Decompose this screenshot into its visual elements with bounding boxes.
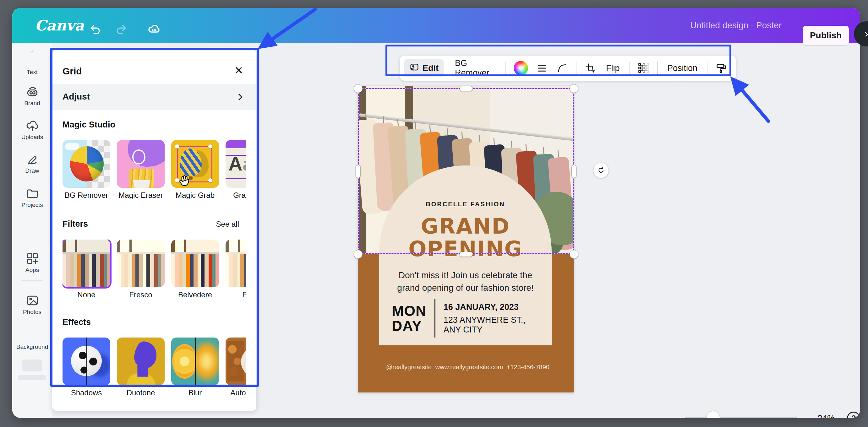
sidebar-item-uploads[interactable]: Uploads [12, 119, 52, 141]
context-toolbar: EditBG RemoverFlipPosition [400, 56, 736, 81]
scroll-right-icon[interactable] [245, 357, 246, 368]
transparency-icon[interactable] [637, 61, 650, 76]
sidebar: + TextBrandUploadsDrawProjectsAppsPhotos… [12, 43, 52, 418]
undo-icon[interactable] [88, 22, 102, 35]
sidebar-item-label: Text [12, 69, 52, 76]
selection-handle-right[interactable] [571, 165, 577, 178]
selection-handle-top-right[interactable] [569, 84, 578, 93]
edit-button[interactable]: Edit [404, 59, 443, 77]
sidebar-item-draw[interactable]: Draw [12, 152, 52, 174]
sidebar-item-apps[interactable]: Apps [12, 252, 52, 273]
poster-day-text: MONDAY [392, 303, 426, 333]
sidebar-skeleton-bar [18, 375, 46, 380]
zoom-slider-thumb[interactable] [707, 411, 720, 418]
sidebar-item-text[interactable]: Text [12, 67, 52, 76]
selection-handle-bottom[interactable] [460, 252, 473, 257]
thumb-label: Grab Text [225, 191, 246, 200]
thumb-shadows[interactable]: Shadows [63, 337, 110, 397]
grid-panel: Grid ✕ Adjust Magic StudioBG RemoverMagi… [52, 50, 256, 411]
bg-remover-button[interactable]: BG Remover [449, 58, 502, 78]
curve-icon[interactable] [556, 61, 568, 76]
rack-photo-thumb [171, 239, 219, 287]
canva-logo[interactable]: Canva [35, 15, 72, 35]
brand-icon [26, 85, 39, 99]
thumb-duotone[interactable]: Duotone [117, 337, 165, 397]
sidebar-item-background[interactable]: Background [12, 328, 52, 351]
poster-when-block[interactable]: MONDAY 16 JANUARY, 2023 123 ANYWHERE ST.… [392, 299, 539, 337]
rack-photo-thumb [117, 239, 165, 287]
flip-button[interactable]: Flip [600, 63, 625, 73]
bg-remover-art [63, 140, 110, 188]
thumb-row: BG RemoverMagic EraserMagic GrabAaGrab T… [63, 140, 246, 212]
thumb-blur[interactable]: Blur [171, 337, 219, 397]
poster-body-text[interactable]: Don't miss it! Join us celebrate thegran… [379, 269, 552, 294]
sidebar-item-label: Draw [12, 167, 52, 174]
sidebar-item-label: Uploads [12, 134, 52, 141]
selection-handle-left[interactable] [355, 165, 361, 178]
scroll-right-icon[interactable] [245, 259, 246, 270]
thumb-grab-text[interactable]: AaGrab Text [225, 140, 246, 200]
publish-button[interactable]: Publish [803, 26, 849, 45]
poster-footer[interactable]: @reallygreatsitewww.reallygreatsite.com+… [386, 364, 550, 371]
position-button[interactable]: Position [661, 63, 703, 73]
zoom-track-start-dot [686, 418, 687, 418]
selection-handle-bottom-left[interactable] [354, 250, 363, 259]
cloud-save-icon[interactable] [147, 22, 161, 35]
thumb-none[interactable]: None [63, 239, 110, 299]
selection-handle-bottom-right[interactable] [569, 250, 578, 259]
scroll-right-icon[interactable] [245, 160, 246, 170]
blur-effect-art [171, 337, 219, 385]
thumb-auto-focus[interactable]: Auto Focus [225, 337, 246, 397]
duotone-effect-art [117, 337, 165, 385]
projects-icon [26, 187, 39, 200]
toolbar-divider [657, 62, 658, 75]
grab-text-art: Aa [225, 140, 246, 188]
sidebar-divider [21, 281, 43, 281]
crop-icon[interactable] [584, 61, 596, 76]
uploads-icon [26, 119, 39, 132]
section-title: Magic Studio [63, 120, 115, 130]
thumb-fresco[interactable]: Fresco [117, 239, 165, 299]
zoom-value[interactable]: 24% [812, 413, 840, 418]
adjust-row[interactable]: Adjust [52, 84, 256, 110]
thumb-flint[interactable]: Flint [225, 239, 246, 299]
document-title[interactable]: Untitled design - Poster [690, 8, 782, 43]
thumb-magic-eraser[interactable]: Magic Eraser [117, 140, 165, 200]
help-icon[interactable]: ? [847, 412, 860, 418]
zoom-controls: 24% ? [685, 411, 860, 418]
poster-footer-item: @reallygreatsite [386, 364, 432, 371]
see-all-link[interactable]: See all [216, 220, 239, 229]
thumb-label: Magic Eraser [117, 191, 165, 200]
rotate-handle[interactable] [593, 163, 609, 178]
poster-date-text: 16 JANUARY, 2023 [443, 302, 539, 312]
magic-grab-art [171, 140, 219, 188]
sidebar-item-label: Projects [12, 202, 52, 208]
adjust-lines-icon[interactable] [536, 61, 548, 76]
sidebar-item-photos[interactable]: Photos [12, 294, 52, 316]
sidebar-item-projects[interactable]: Projects [12, 187, 52, 208]
zoom-slider-track[interactable] [685, 417, 797, 418]
redo-icon[interactable] [114, 22, 128, 35]
sidebar-item-label: Brand [12, 100, 52, 107]
topbar-divider [79, 19, 79, 32]
selection-handle-top[interactable] [460, 86, 473, 91]
rack-photo-thumb [63, 239, 110, 287]
thumb-belvedere[interactable]: Belvedere [171, 239, 219, 299]
poster-address-text: 123 ANYWHERE ST., ANY CITY [443, 315, 539, 335]
thumb-row: ShadowsDuotoneBlurAuto Focus [63, 337, 246, 410]
thumb-magic-grab[interactable]: Magic Grab [171, 140, 219, 200]
toolbar-divider [576, 62, 577, 75]
background-texture-icon [26, 328, 39, 342]
sidebar-skeleton-block [22, 360, 42, 371]
color-wheel-icon[interactable] [514, 61, 528, 76]
selection-handle-top-left[interactable] [354, 84, 363, 93]
sidebar-item-brand[interactable]: Brand [12, 85, 52, 107]
selection-box[interactable] [358, 88, 574, 254]
top-bar: Canva Untitled design - Poster Publish [12, 8, 860, 43]
close-icon[interactable]: ✕ [232, 63, 246, 77]
paint-roller-icon[interactable] [715, 61, 727, 76]
section-title: Filters [63, 219, 88, 229]
thumb-bg-remover[interactable]: BG Remover [63, 140, 110, 200]
poster-day-divider [434, 299, 435, 337]
photos-icon [26, 294, 39, 307]
